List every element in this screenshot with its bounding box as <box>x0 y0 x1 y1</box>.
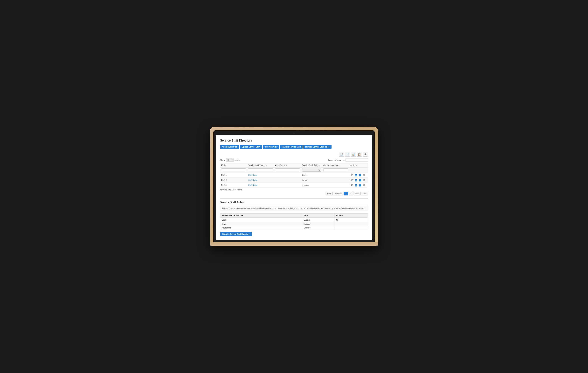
cell-name: Staff Name <box>247 182 274 188</box>
role-action-cell <box>335 222 368 226</box>
table-header-row: ID # Service Staff Name Alias Name Servi… <box>220 163 368 168</box>
col-role[interactable]: Service Staff Role <box>301 163 322 168</box>
search-input[interactable] <box>346 159 368 162</box>
staff-name-link[interactable]: Staff Name <box>248 179 257 181</box>
staff-action-icon[interactable]: 👥 <box>358 183 362 187</box>
roles-info-text: Following is the list of service staff r… <box>220 206 368 211</box>
upload-service-staff-button[interactable]: Upload Service Staff <box>240 145 262 149</box>
pagination: First Previous 1 2 Next Last <box>220 192 368 195</box>
print-export-button[interactable]: 🖨 <box>363 152 368 157</box>
col-alias[interactable]: Alias Name <box>274 163 301 168</box>
cell-role: Driver <box>301 178 322 182</box>
filter-alias-input[interactable] <box>275 168 300 171</box>
back-to-directory-button[interactable]: Back to Service Staff Directory <box>220 232 252 236</box>
role-action-cell <box>335 226 368 230</box>
last-page-button[interactable]: Last <box>361 192 368 195</box>
edit-action-icon[interactable]: 👤 <box>354 183 358 187</box>
show-entries-control: Show 3 5 10 25 50 entries <box>220 159 241 162</box>
camera <box>294 133 294 134</box>
staff-name-link[interactable]: Staff Name <box>248 174 257 176</box>
manage-roles-button[interactable]: Manage Service Staff Roles <box>303 145 332 149</box>
copy-export-button[interactable]: 📑 <box>339 152 344 157</box>
cell-contact <box>322 178 349 182</box>
cell-alias <box>274 182 301 188</box>
edit-action-icon[interactable]: 👤 <box>354 178 358 182</box>
filter-contact <box>322 168 349 172</box>
staff-action-icon[interactable]: 👥 <box>358 178 362 182</box>
filter-role-select[interactable]: Cook Driver Laundry Housemaid <box>302 168 321 171</box>
view-action-icon[interactable]: 👁 <box>350 178 354 182</box>
delete-action-icon[interactable]: 🗑 <box>362 178 366 182</box>
staff-action-icon[interactable]: 👥 <box>358 173 362 177</box>
filter-role: Cook Driver Laundry Housemaid <box>301 168 322 172</box>
roles-col-name: Service Staff Role Name <box>220 213 302 218</box>
row-actions: 👁 👤 👥 🗑 <box>350 183 367 187</box>
cell-alias <box>274 172 301 178</box>
pagination-info: Showing 1 to 3 of 4 entries <box>220 189 368 191</box>
cell-actions: 👁 👤 👥 🗑 <box>349 172 368 178</box>
toolbar: Add Service Staff Upload Service Staff U… <box>220 145 368 149</box>
table-filter-row: Cook Driver Laundry Housemaid <box>220 168 368 172</box>
roles-table-row: Housemaid Generic <box>220 226 368 230</box>
filter-id-input[interactable] <box>221 168 246 171</box>
excel-export-button[interactable]: 📊 <box>351 152 356 157</box>
roles-col-type: Type <box>302 213 335 218</box>
roles-col-actions: Actions <box>335 213 368 218</box>
entries-select[interactable]: 3 5 10 25 50 <box>226 159 234 162</box>
roles-section-title: Service Staff Roles <box>220 201 368 204</box>
filter-name-input[interactable] <box>248 168 273 171</box>
cell-id: Staff 2 <box>220 178 247 182</box>
role-type-cell: Generic <box>302 226 335 230</box>
view-action-icon[interactable]: 👁 <box>350 183 354 187</box>
cell-name: Staff Name <box>247 178 274 182</box>
entries-label: entries <box>235 159 241 161</box>
inactive-service-staff-button[interactable]: Inactive Service Staff <box>280 145 303 149</box>
col-contact[interactable]: Contact Number <box>322 163 349 168</box>
roles-table-body: Cook Custom 🗑 Driver Generic Housemaid G… <box>220 218 368 230</box>
laptop-screen: Service Staff Directory Add Service Staf… <box>216 135 372 240</box>
delete-action-icon[interactable]: 🗑 <box>362 183 366 187</box>
table-row: Staff 2 Staff Name Driver 👁 👤 👥 🗑 <box>220 178 368 182</box>
first-page-button[interactable]: First <box>326 192 332 195</box>
laptop-base <box>210 242 378 246</box>
table-row: Staff 1 Staff Name Cook 👁 👤 👥 🗑 <box>220 172 368 178</box>
cell-role: Laundry <box>301 182 322 188</box>
view-action-icon[interactable]: 👁 <box>350 173 354 177</box>
role-name-cell: Driver <box>220 222 302 226</box>
filter-name <box>247 168 274 172</box>
roles-table-row: Driver Generic <box>220 222 368 226</box>
cell-actions: 👁 👤 👥 🗑 <box>349 182 368 188</box>
filter-contact-input[interactable] <box>323 168 348 171</box>
cell-alias <box>274 178 301 182</box>
row-actions: 👁 👤 👥 🗑 <box>350 178 367 182</box>
cell-id: Staff 3 <box>220 182 247 188</box>
row-actions: 👁 👤 👥 🗑 <box>350 173 367 177</box>
edit-action-icon[interactable]: 👤 <box>354 173 358 177</box>
staff-table: ID # Service Staff Name Alias Name Servi… <box>220 163 368 188</box>
pdf-export-button[interactable]: 📋 <box>357 152 362 157</box>
role-action-cell: 🗑 <box>335 218 368 222</box>
roles-table-row: Cook Custom 🗑 <box>220 218 368 222</box>
col-id[interactable]: ID # <box>220 163 247 168</box>
staff-name-link[interactable]: Staff Name <box>248 184 257 186</box>
delete-role-icon[interactable]: 🗑 <box>336 218 339 221</box>
search-label: Search all columns: <box>328 159 344 161</box>
role-type-cell: Custom <box>302 218 335 222</box>
page-1-button[interactable]: 1 <box>344 192 348 195</box>
roles-header-row: Service Staff Role Name Type Actions <box>220 213 368 218</box>
next-page-button[interactable]: Next <box>354 192 361 195</box>
cell-actions: 👁 👤 👥 🗑 <box>349 178 368 182</box>
unit-wise-view-button[interactable]: Unit wise View <box>263 145 279 149</box>
csv-export-button[interactable]: 📄 <box>345 152 350 157</box>
col-name[interactable]: Service Staff Name <box>247 163 274 168</box>
laptop-frame: Service Staff Directory Add Service Staf… <box>210 127 378 246</box>
page-2-button[interactable]: 2 <box>349 192 353 195</box>
cell-id: Staff 1 <box>220 172 247 178</box>
show-label: Show <box>220 159 225 161</box>
col-actions: Actions <box>349 163 368 168</box>
filter-alias <box>274 168 301 172</box>
search-area: Search all columns: <box>328 159 368 162</box>
previous-page-button[interactable]: Previous <box>333 192 344 195</box>
add-service-staff-button[interactable]: Add Service Staff <box>220 145 239 149</box>
delete-action-icon[interactable]: 🗑 <box>362 173 366 177</box>
